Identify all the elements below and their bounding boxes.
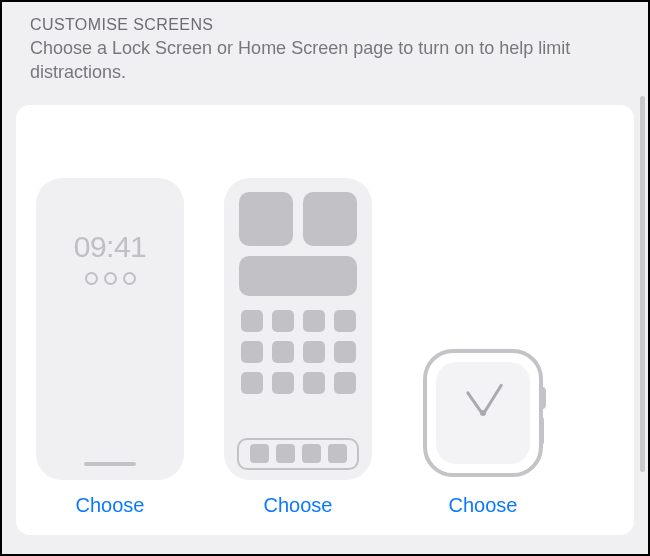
widget-icon [239, 192, 293, 246]
watch-crown-icon [539, 387, 546, 409]
lock-screen-time: 09:41 [74, 230, 147, 264]
watch-preview-icon[interactable] [412, 346, 554, 480]
home-indicator-icon [84, 462, 136, 466]
widget-row-icon [239, 192, 357, 246]
section-title: CUSTOMISE SCREENS [30, 16, 620, 34]
widget-icon [303, 192, 357, 246]
screens-panel: 09:41 Choose [16, 105, 634, 535]
choose-home-screen-button[interactable]: Choose [264, 494, 333, 517]
lock-screen-widgets-icon [85, 272, 136, 285]
dock-icon [237, 438, 359, 470]
home-screen-preview-icon[interactable] [224, 178, 372, 480]
home-screen-option: Choose [224, 178, 372, 517]
watch-face-icon [436, 362, 530, 464]
choose-lock-screen-button[interactable]: Choose [76, 494, 145, 517]
section-header: CUSTOMISE SCREENS Choose a Lock Screen o… [2, 2, 648, 95]
lock-screen-option: 09:41 Choose [36, 178, 184, 517]
watch-side-button-icon [539, 417, 544, 445]
watch-center-icon [480, 410, 486, 416]
choose-watch-button[interactable]: Choose [449, 494, 518, 517]
lock-screen-preview-icon[interactable]: 09:41 [36, 178, 184, 480]
screens-row: 09:41 Choose [36, 145, 614, 517]
app-grid-icon [241, 310, 356, 394]
scrollbar[interactable] [640, 96, 645, 472]
wide-widget-icon [239, 256, 357, 296]
section-description: Choose a Lock Screen or Home Screen page… [30, 36, 620, 85]
watch-option: Choose [412, 346, 554, 517]
